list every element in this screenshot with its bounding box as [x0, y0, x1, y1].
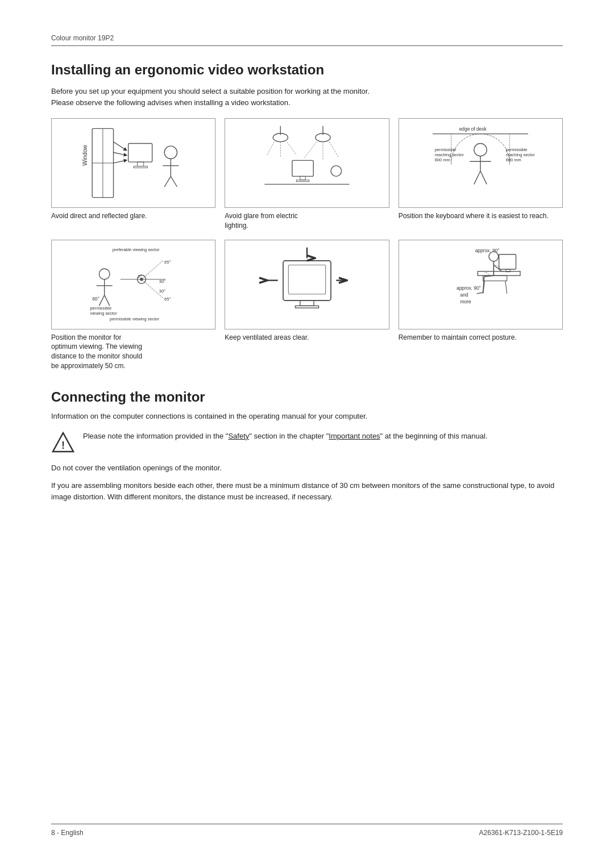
svg-rect-27	[296, 180, 309, 182]
svg-rect-65	[300, 301, 314, 306]
svg-point-10	[164, 146, 177, 158]
diagram-caption-4: Position the monitor foroptimum viewing.…	[51, 333, 215, 371]
footer-left: 8 - English	[51, 829, 84, 837]
svg-rect-75	[499, 254, 516, 269]
svg-rect-9	[134, 166, 147, 168]
diagram-cell-6: approx. 90° approx. 90° and more	[399, 240, 563, 371]
svg-rect-74	[478, 271, 521, 275]
svg-line-22	[304, 142, 316, 158]
svg-point-54	[99, 269, 110, 279]
svg-text:!: !	[61, 440, 65, 451]
svg-line-6	[113, 160, 125, 163]
svg-text:600 mm: 600 mm	[435, 157, 450, 162]
svg-text:approx. 90°: approx. 90°	[457, 285, 481, 291]
safety-link[interactable]: Safety	[228, 432, 249, 440]
warning-text: Please note the information provided in …	[83, 431, 488, 442]
diagrams-row1: Window	[51, 118, 563, 231]
diagram-caption-3: Position the keyboard where it is easies…	[399, 211, 563, 221]
section1-intro: Before you set up your equipment you sho…	[51, 86, 563, 108]
svg-rect-7	[128, 143, 152, 162]
svg-text:viewing sector: viewing sector	[90, 311, 117, 316]
svg-rect-64	[288, 265, 325, 294]
svg-line-5	[113, 152, 125, 155]
diagram-box-6: approx. 90° approx. 90° and more	[399, 240, 563, 329]
diagram-caption-5: Keep ventilated areas clear.	[225, 333, 389, 343]
section1-title: Installing an ergonomic video workstatio…	[51, 62, 563, 78]
page: Colour monitor 19P2 Installing an ergono…	[0, 0, 614, 868]
diagram-box-1: Window	[51, 118, 215, 208]
svg-text:65°: 65°	[164, 259, 171, 264]
diagram-caption-1: Avoid direct and reflected glare.	[51, 211, 215, 221]
warning-icon: !	[51, 431, 75, 454]
svg-text:60°: 60°	[92, 296, 99, 302]
svg-line-21	[287, 142, 297, 155]
header: Colour monitor 19P2	[51, 34, 563, 46]
important-notes-link[interactable]: Important notes	[329, 432, 380, 440]
diagram-box-4: preferable viewing sector 0° 65° 30° 30°…	[51, 240, 215, 329]
warning-box: ! Please note the information provided i…	[51, 431, 563, 454]
svg-text:65°: 65°	[164, 297, 171, 302]
svg-text:Window: Window	[82, 145, 88, 166]
svg-line-19	[267, 142, 274, 155]
svg-rect-66	[295, 306, 318, 308]
header-label: Colour monitor 19P2	[51, 34, 114, 42]
section2-title: Connecting the monitor	[51, 389, 563, 405]
svg-line-44	[480, 171, 487, 184]
diagram-box-3: edge of desk permissible reaching sector…	[399, 118, 563, 208]
svg-text:and: and	[460, 292, 468, 298]
svg-line-14	[171, 176, 177, 187]
svg-text:30°: 30°	[159, 279, 165, 284]
svg-line-79	[505, 281, 507, 293]
svg-rect-26	[300, 176, 305, 180]
svg-line-58	[104, 295, 109, 306]
footer: 8 - English A26361-K713-Z100-1-5E19	[51, 824, 563, 837]
diagram-box-2	[225, 118, 389, 208]
svg-text:600 mm: 600 mm	[506, 157, 521, 162]
diagram-cell-3: edge of desk permissible reaching sector…	[399, 118, 563, 231]
svg-text:permissible viewing sector: permissible viewing sector	[110, 316, 160, 322]
diagram-box-5	[225, 240, 389, 329]
svg-text:permissible: permissible	[435, 147, 457, 152]
svg-text:more: more	[460, 298, 471, 304]
diagram-cell-5: Keep ventilated areas clear.	[225, 240, 389, 371]
svg-line-57	[99, 295, 104, 306]
diagram-caption-6: Remember to maintain correct posture.	[399, 333, 563, 343]
svg-text:reaching sector: reaching sector	[435, 152, 464, 157]
svg-text:edge of desk: edge of desk	[459, 126, 487, 132]
svg-point-40	[474, 143, 487, 156]
svg-text:reaching sector: reaching sector	[506, 152, 535, 157]
diagram-caption-2: Avoid glare from electriclighting.	[225, 211, 389, 231]
svg-line-13	[164, 176, 171, 187]
svg-rect-25	[292, 160, 313, 176]
svg-text:permissible: permissible	[506, 147, 528, 152]
svg-rect-8	[137, 162, 143, 166]
body-para-2: If you are assembling monitors beside ea…	[51, 480, 563, 504]
svg-line-24	[329, 142, 339, 158]
svg-text:30°: 30°	[159, 289, 165, 294]
diagram-cell-4: preferable viewing sector 0° 65° 30° 30°…	[51, 240, 215, 371]
svg-line-86	[477, 293, 483, 294]
footer-right: A26361-K713-Z100-1-5E19	[479, 829, 563, 837]
svg-point-29	[331, 166, 342, 177]
svg-point-53	[140, 277, 143, 281]
body-para-1: Do not cover the ventilation openings of…	[51, 462, 563, 474]
section2-intro: Information on the computer connections …	[51, 412, 563, 420]
diagram-cell-1: Window	[51, 118, 215, 231]
diagram-cell-2: Avoid glare from electriclighting.	[225, 118, 389, 231]
svg-text:preferable viewing sector: preferable viewing sector	[112, 247, 159, 252]
svg-text:permissible: permissible	[90, 305, 111, 310]
svg-line-43	[474, 171, 480, 184]
svg-rect-63	[283, 261, 331, 301]
diagrams-row2: preferable viewing sector 0° 65° 30° 30°…	[51, 240, 563, 371]
svg-line-4	[113, 142, 125, 150]
